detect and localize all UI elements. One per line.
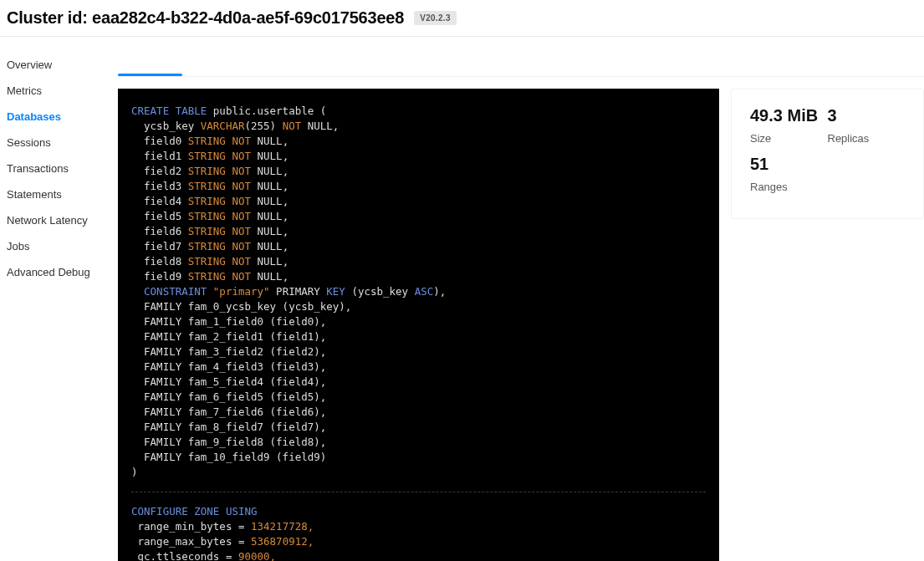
- kw-not: NOT: [232, 225, 251, 237]
- stat-size-value: 49.3 MiB: [750, 106, 828, 125]
- kw-not: NOT: [232, 180, 251, 192]
- kw-not: NOT: [232, 195, 251, 207]
- sidebar-item-sessions[interactable]: Sessions: [7, 130, 118, 156]
- stat-replicas-label: Replicas: [828, 132, 906, 145]
- sidebar-item-label: Metrics: [7, 84, 42, 97]
- kw-string: STRING: [188, 180, 226, 192]
- code-text: FAMILY fam_7_field6 (field6),: [131, 405, 326, 418]
- stat-ranges-label: Ranges: [750, 181, 905, 193]
- kw-create-table: CREATE TABLE: [131, 105, 207, 117]
- code-value: 134217728,: [251, 520, 314, 533]
- code-text: field1: [131, 150, 188, 162]
- code-text: FAMILY fam_2_field1 (field1),: [131, 330, 326, 343]
- code-divider: [131, 492, 706, 492]
- code-text: NULL,: [251, 240, 288, 252]
- version-badge: V20.2.3: [414, 11, 457, 25]
- page-header: Cluster id: eaa282c4-b322-4d0a-ae5f-69c0…: [0, 0, 924, 37]
- code-text: FAMILY fam_0_ycsb_key (ycsb_key),: [131, 300, 351, 313]
- sidebar-item-databases[interactable]: Databases: [7, 104, 118, 130]
- kw-string: STRING: [188, 270, 226, 283]
- cluster-id: eaa282c4-b322-4d0a-ae5f-69c017563ee8: [92, 8, 404, 27]
- sidebar-item-label: Advanced Debug: [7, 266, 90, 278]
- code-text: FAMILY fam_5_field4 (field4),: [131, 375, 326, 388]
- code-text: field4: [131, 195, 188, 207]
- sidebar-item-advanced-debug[interactable]: Advanced Debug: [7, 259, 118, 285]
- kw-string: STRING: [188, 240, 226, 252]
- stat-ranges: 51 Ranges: [750, 155, 905, 193]
- code-text: NULL,: [251, 210, 288, 222]
- create-table-block: CREATE TABLE public.usertable ( ycsb_key…: [131, 104, 706, 480]
- code-text: NULL,: [301, 120, 339, 132]
- kw-not: NOT: [232, 240, 251, 252]
- kw-string: STRING: [188, 150, 226, 162]
- kw-string: STRING: [188, 165, 226, 177]
- code-text: PRIMARY: [270, 285, 327, 298]
- kw-configure: CONFIGURE ZONE USING: [131, 505, 258, 518]
- code-text: NULL,: [251, 225, 288, 237]
- code-text: FAMILY fam_4_field3 (field3),: [131, 360, 326, 373]
- sidebar-item-label: Sessions: [7, 136, 51, 149]
- sidebar-item-transactions[interactable]: Transactions: [7, 156, 118, 181]
- code-text: field5: [131, 210, 188, 222]
- kw-not: NOT: [283, 120, 302, 132]
- kw-asc: ASC: [415, 285, 434, 298]
- kw-string: STRING: [188, 135, 226, 147]
- code-text: NULL,: [251, 270, 288, 283]
- constraint-name: "primary": [213, 285, 270, 298]
- code-text: FAMILY fam_1_field0 (field0),: [131, 315, 326, 328]
- sidebar-item-label: Jobs: [7, 240, 29, 252]
- code-text: NULL,: [251, 150, 288, 162]
- code-text: ): [131, 466, 138, 478]
- kw-string: STRING: [188, 195, 226, 207]
- code-text: (255): [244, 120, 282, 132]
- code-text: field8: [131, 255, 188, 268]
- kw-varchar: VARCHAR: [201, 120, 245, 132]
- sidebar-item-statements[interactable]: Statements: [7, 181, 118, 207]
- code-text: field0: [131, 135, 188, 147]
- code-text: FAMILY fam_9_field8 (field8),: [131, 436, 326, 448]
- main-content: CREATE TABLE public.usertable ( ycsb_key…: [118, 37, 924, 561]
- kw-string: STRING: [188, 225, 226, 237]
- sidebar-item-jobs[interactable]: Jobs: [7, 233, 118, 259]
- kw-not: NOT: [232, 210, 251, 222]
- stat-replicas-value: 3: [828, 106, 906, 125]
- code-text: range_max_bytes =: [131, 535, 251, 548]
- code-text: NULL,: [251, 180, 288, 192]
- stats-panel: 49.3 MiB Size 3 Replicas 51 Ranges: [731, 89, 924, 219]
- code-value: 536870912,: [251, 535, 314, 548]
- kw-not: NOT: [232, 150, 251, 162]
- code-text: FAMILY fam_8_field7 (field7),: [131, 421, 326, 433]
- sidebar-item-network-latency[interactable]: Network Latency: [7, 207, 118, 233]
- code-text: field3: [131, 180, 188, 192]
- kw-string: STRING: [188, 210, 226, 222]
- tab-bar: [118, 47, 924, 77]
- sidebar-item-label: Overview: [7, 59, 52, 71]
- title-prefix: Cluster id:: [7, 8, 88, 27]
- code-text: FAMILY fam_3_field2 (field2),: [131, 345, 326, 358]
- kw-not: NOT: [232, 135, 251, 147]
- sidebar-item-label: Network Latency: [7, 214, 88, 227]
- stat-ranges-value: 51: [750, 155, 905, 174]
- code-text: FAMILY fam_6_field5 (field5),: [131, 390, 326, 403]
- code-text: gc.ttlseconds =: [131, 550, 238, 561]
- kw-string: STRING: [188, 255, 226, 268]
- sidebar-item-label: Transactions: [7, 162, 69, 175]
- sidebar-item-metrics[interactable]: Metrics: [7, 78, 118, 104]
- active-tab-indicator[interactable]: [118, 74, 182, 76]
- code-text: ycsb_key: [131, 120, 201, 132]
- sidebar-nav: Overview Metrics Databases Sessions Tran…: [0, 37, 118, 561]
- code-value: 90000,: [238, 550, 276, 561]
- code-text: NULL,: [251, 135, 288, 147]
- kw-not: NOT: [232, 255, 251, 268]
- code-text: public.usertable (: [207, 105, 326, 117]
- code-text: field2: [131, 165, 188, 177]
- page-title: Cluster id: eaa282c4-b322-4d0a-ae5f-69c0…: [7, 8, 404, 28]
- kw-not: NOT: [232, 270, 251, 283]
- stat-size-label: Size: [750, 132, 828, 145]
- sidebar-item-overview[interactable]: Overview: [7, 52, 118, 78]
- sidebar-item-label: Statements: [7, 188, 62, 201]
- code-text: NULL,: [251, 255, 288, 268]
- kw-not: NOT: [232, 165, 251, 177]
- code-text: range_min_bytes =: [131, 520, 251, 533]
- kw-key: KEY: [326, 285, 345, 298]
